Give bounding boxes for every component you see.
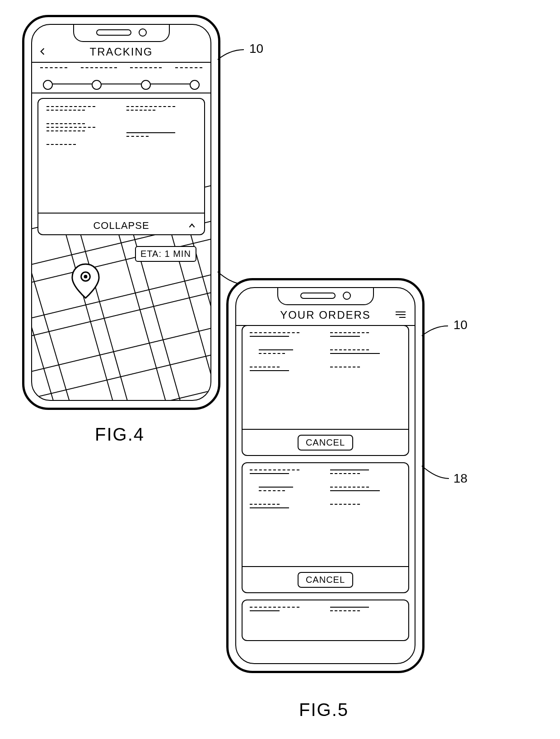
screen-fig5: YOUR ORDERS	[235, 287, 415, 664]
phone-notch	[277, 287, 374, 305]
phone-notch	[73, 24, 170, 42]
order-card	[242, 600, 409, 641]
svg-line-7	[32, 385, 210, 400]
map-pin-icon	[72, 264, 99, 298]
page-title: YOUR ORDERS	[280, 309, 371, 321]
svg-line-6	[32, 349, 210, 400]
device-fig5: YOUR ORDERS	[226, 278, 425, 673]
leader-line	[217, 49, 248, 67]
order-card: CANCEL	[242, 325, 409, 456]
figure-label: FIG.5	[299, 700, 349, 720]
progress-panel	[32, 63, 210, 93]
step-node[interactable]	[190, 80, 200, 90]
step-node[interactable]	[141, 80, 151, 90]
cancel-button[interactable]: CANCEL	[298, 572, 353, 588]
svg-line-4	[32, 286, 210, 340]
device-fig4: TRACKING	[22, 15, 220, 410]
progress-labels	[40, 67, 202, 68]
cancel-button[interactable]: CANCEL	[298, 435, 353, 451]
screen-fig4: TRACKING	[31, 24, 211, 401]
step-node[interactable]	[43, 80, 53, 90]
figure-label: FIG.4	[95, 424, 145, 445]
step-node[interactable]	[92, 80, 102, 90]
info-col-left	[47, 106, 117, 205]
ref-number: 10	[249, 42, 263, 56]
collapse-button[interactable]: COLLAPSE	[38, 213, 204, 238]
filter-icon[interactable]	[396, 311, 406, 318]
eta-badge: ETA: 1 MIN	[135, 246, 196, 262]
orders-list: CANCEL	[242, 325, 409, 663]
speaker-slot	[96, 29, 131, 36]
camera-dot	[343, 292, 351, 300]
back-icon[interactable]	[38, 47, 47, 56]
speaker-slot	[300, 293, 336, 299]
collapse-label: COLLAPSE	[93, 220, 149, 232]
patent-figure-page: TRACKING	[0, 0, 560, 739]
ref-number: 10	[453, 318, 467, 332]
order-card: CANCEL	[242, 462, 409, 593]
header-bar: TRACKING	[32, 42, 210, 63]
header-bar: YOUR ORDERS	[236, 305, 415, 326]
ref-number: 18	[453, 471, 467, 486]
page-title: TRACKING	[89, 46, 153, 58]
svg-point-17	[84, 275, 88, 279]
leader-line	[421, 325, 453, 343]
svg-line-5	[32, 322, 210, 376]
info-card: COLLAPSE	[37, 98, 205, 235]
info-col-right	[126, 106, 196, 205]
chevron-up-icon	[188, 222, 196, 230]
camera-dot	[139, 28, 147, 37]
leader-line	[421, 465, 453, 483]
